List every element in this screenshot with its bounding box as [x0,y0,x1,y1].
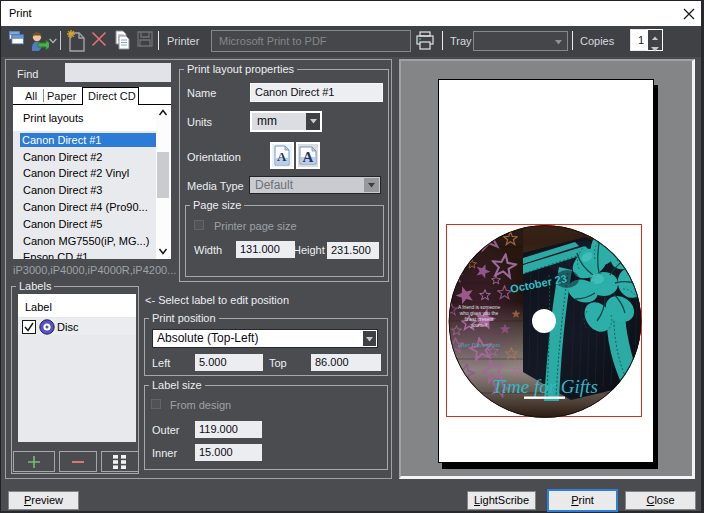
svg-text:yourself: yourself [471,323,488,328]
svg-text:A friend is someone: A friend is someone [458,305,500,310]
svg-text:after Places com: after Places com [458,341,501,348]
svg-text:A: A [277,149,287,164]
svg-text:who gives you the: who gives you the [460,311,499,316]
svg-text:Time for Gifts: Time for Gifts [492,376,598,397]
svg-text:A: A [303,149,314,165]
svg-text:finest present: finest present [465,317,494,322]
